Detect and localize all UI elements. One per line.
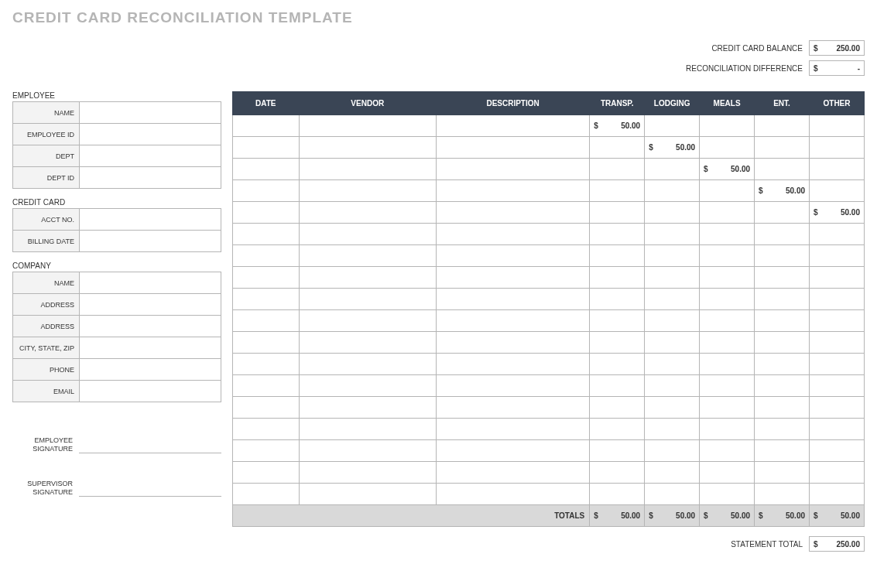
cell[interactable] xyxy=(299,440,436,462)
amount-cell[interactable] xyxy=(645,419,700,440)
cell[interactable] xyxy=(436,354,589,375)
amount-cell[interactable] xyxy=(590,267,645,289)
cell[interactable] xyxy=(436,224,589,245)
amount-cell[interactable] xyxy=(645,159,700,180)
amount-cell[interactable] xyxy=(700,375,755,397)
amount-cell[interactable] xyxy=(590,202,645,224)
amount-cell[interactable] xyxy=(755,397,810,419)
cell[interactable] xyxy=(436,397,589,419)
amount-cell[interactable]: $50.00 xyxy=(590,115,645,137)
amount-cell[interactable] xyxy=(645,440,700,462)
supervisor-signature-line[interactable] xyxy=(79,478,221,497)
amount-cell[interactable] xyxy=(700,224,755,245)
amount-cell[interactable] xyxy=(700,332,755,354)
cell[interactable] xyxy=(299,419,436,440)
amount-cell[interactable] xyxy=(645,484,700,505)
amount-cell[interactable] xyxy=(810,267,865,289)
amount-cell[interactable] xyxy=(700,202,755,224)
amount-cell[interactable] xyxy=(755,310,810,332)
amount-cell[interactable] xyxy=(755,332,810,354)
amount-cell[interactable] xyxy=(590,484,645,505)
info-value-cell[interactable] xyxy=(80,231,221,252)
amount-cell[interactable] xyxy=(700,267,755,289)
cell[interactable] xyxy=(299,484,436,505)
amount-cell[interactable] xyxy=(755,202,810,224)
amount-cell[interactable] xyxy=(590,462,645,484)
cell[interactable] xyxy=(233,115,300,137)
amount-cell[interactable] xyxy=(590,397,645,419)
amount-cell[interactable] xyxy=(810,310,865,332)
cell[interactable] xyxy=(436,159,589,180)
cell[interactable] xyxy=(299,397,436,419)
amount-cell[interactable] xyxy=(755,224,810,245)
employee-signature-line[interactable] xyxy=(79,435,221,453)
amount-cell[interactable]: $50.00 xyxy=(810,202,865,224)
amount-cell[interactable] xyxy=(645,202,700,224)
amount-cell[interactable] xyxy=(810,484,865,505)
cell[interactable] xyxy=(299,115,436,137)
amount-cell[interactable] xyxy=(810,397,865,419)
amount-cell[interactable] xyxy=(755,245,810,267)
cell[interactable] xyxy=(436,245,589,267)
amount-cell[interactable] xyxy=(645,289,700,310)
cell[interactable] xyxy=(233,245,300,267)
amount-cell[interactable] xyxy=(700,484,755,505)
cell[interactable] xyxy=(299,289,436,310)
info-value-cell[interactable] xyxy=(80,167,221,189)
info-value-cell[interactable] xyxy=(80,102,221,124)
cell[interactable] xyxy=(299,354,436,375)
amount-cell[interactable]: $50.00 xyxy=(755,180,810,202)
amount-cell[interactable] xyxy=(810,245,865,267)
cell[interactable] xyxy=(233,375,300,397)
statement-total-box[interactable]: $ 250.00 xyxy=(809,536,865,552)
amount-cell[interactable] xyxy=(590,440,645,462)
amount-cell[interactable] xyxy=(700,289,755,310)
amount-cell[interactable] xyxy=(755,484,810,505)
cell[interactable] xyxy=(436,180,589,202)
amount-cell[interactable] xyxy=(590,224,645,245)
amount-cell[interactable] xyxy=(645,245,700,267)
amount-cell[interactable] xyxy=(645,310,700,332)
cell[interactable] xyxy=(299,267,436,289)
amount-cell[interactable] xyxy=(810,224,865,245)
cell[interactable] xyxy=(299,310,436,332)
amount-cell[interactable] xyxy=(700,180,755,202)
cell[interactable] xyxy=(436,462,589,484)
amount-cell[interactable]: $50.00 xyxy=(645,137,700,159)
cell[interactable] xyxy=(233,440,300,462)
cell[interactable] xyxy=(436,115,589,137)
amount-cell[interactable] xyxy=(755,159,810,180)
cell[interactable] xyxy=(233,159,300,180)
cell[interactable] xyxy=(299,180,436,202)
amount-cell[interactable] xyxy=(700,354,755,375)
cell[interactable] xyxy=(233,332,300,354)
amount-cell[interactable] xyxy=(755,354,810,375)
amount-cell[interactable] xyxy=(810,375,865,397)
cell[interactable] xyxy=(436,375,589,397)
amount-cell[interactable] xyxy=(810,354,865,375)
cell[interactable] xyxy=(436,202,589,224)
info-value-cell[interactable] xyxy=(80,294,221,316)
amount-cell[interactable]: $50.00 xyxy=(700,159,755,180)
amount-cell[interactable] xyxy=(755,267,810,289)
cell[interactable] xyxy=(299,462,436,484)
cell[interactable] xyxy=(436,419,589,440)
info-value-cell[interactable] xyxy=(80,337,221,359)
cell[interactable] xyxy=(233,137,300,159)
cell[interactable] xyxy=(233,484,300,505)
cell[interactable] xyxy=(299,224,436,245)
cell[interactable] xyxy=(299,137,436,159)
amount-cell[interactable] xyxy=(590,289,645,310)
cell[interactable] xyxy=(233,224,300,245)
amount-cell[interactable] xyxy=(590,180,645,202)
info-value-cell[interactable] xyxy=(80,272,221,294)
amount-cell[interactable] xyxy=(645,115,700,137)
amount-cell[interactable] xyxy=(700,137,755,159)
amount-cell[interactable] xyxy=(645,332,700,354)
cell[interactable] xyxy=(299,202,436,224)
amount-cell[interactable] xyxy=(755,419,810,440)
amount-cell[interactable] xyxy=(810,462,865,484)
amount-cell[interactable] xyxy=(810,137,865,159)
cell[interactable] xyxy=(299,375,436,397)
amount-cell[interactable] xyxy=(590,310,645,332)
